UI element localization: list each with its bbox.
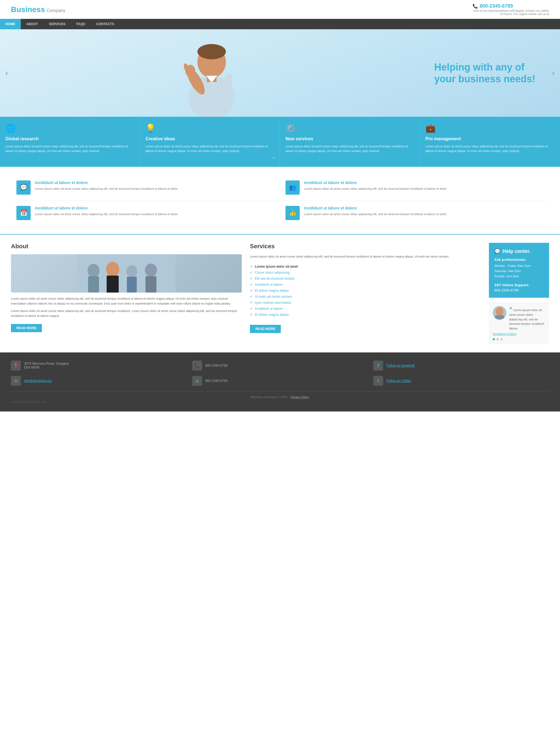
services-item-1[interactable]: Conse ctetur adipisicing xyxy=(250,270,481,276)
contact-sub: One of our representatives will happily … xyxy=(473,9,549,16)
testimonial-dots xyxy=(493,338,545,340)
address-icon: 📍 xyxy=(11,361,21,370)
facebook-icon: f xyxy=(373,361,383,370)
feature-item-2: ⚙️ New services Lorem ipsum dolor sit am… xyxy=(280,117,420,167)
hero-text: Helping with any of your business needs! xyxy=(434,61,538,85)
dot-1[interactable] xyxy=(497,338,499,340)
svg-rect-16 xyxy=(145,276,156,293)
dot-0[interactable] xyxy=(493,338,495,340)
about-para1: Lorem ipsum dolor sit amet conse ctetur … xyxy=(11,296,242,306)
feature-icon-3: 💼 xyxy=(425,123,555,133)
services-read-more-button[interactable]: READ MORE xyxy=(250,325,281,333)
services-item-5[interactable]: Ut enim ad minim veniam xyxy=(250,294,481,300)
footer-grid: 📍 4578 Marmora Road, Glasgow D04 89GR 📞 … xyxy=(11,361,549,386)
help-title: 💬 Help center. xyxy=(494,248,544,254)
footer-watermark: www.freehtmlsitecollege.com xyxy=(11,400,549,403)
email-icon: ✉ xyxy=(11,376,21,386)
feature-icon-1: 💡 xyxy=(145,123,274,133)
feature-title-2: New services xyxy=(285,136,414,141)
svg-rect-12 xyxy=(107,276,119,293)
testimonial: ❝ Lorem ipsum dolor sit amet conse ctetu… xyxy=(489,302,549,344)
services-item-6[interactable]: Quis nostrud exercitation xyxy=(250,300,481,306)
footer-twitter-link[interactable]: Follow on Twitter xyxy=(386,379,411,383)
help-center: 💬 Help center. Ask professionals: Monday… xyxy=(489,243,549,298)
footer-address-text: 4578 Marmora Road, Glasgow D04 89GR xyxy=(24,362,69,369)
nav-home[interactable]: HOME xyxy=(0,19,21,29)
footer: 📍 4578 Marmora Road, Glasgow D04 89GR 📞 … xyxy=(0,352,560,411)
hero-heading: Helping with any of your business needs! xyxy=(434,61,538,85)
testimonial-avatar xyxy=(493,306,506,320)
about-read-more-button[interactable]: READ MORE xyxy=(11,324,42,332)
footer-address: 📍 4578 Marmora Road, Glasgow D04 89GR xyxy=(11,361,187,370)
dot-2[interactable] xyxy=(500,338,503,340)
hero-arrow-left[interactable]: ‹ xyxy=(5,69,8,77)
footer-copyright: Business Company © 2016. xyxy=(251,395,288,399)
footer-privacy-link[interactable]: Privacy Policy xyxy=(291,395,309,399)
testimonial-link[interactable]: Incididunt ut labor xyxy=(493,332,545,335)
svg-point-11 xyxy=(106,262,119,277)
hero-person xyxy=(168,29,255,117)
logo-business: Business xyxy=(11,5,45,14)
service-text-1: Lorem ipsum dolor sit amet conse ctetur … xyxy=(304,186,447,191)
svg-point-15 xyxy=(145,264,157,277)
services-item-8[interactable]: Et dolore magna aliqua xyxy=(250,312,481,318)
about-img xyxy=(11,254,242,293)
footer-facebook-link[interactable]: Follow on facebook xyxy=(386,364,415,367)
service-icon-box-2: 📅 xyxy=(16,206,31,220)
service-row-0: 💬 Incididunt ut labore et dolore Lorem i… xyxy=(11,175,280,200)
feature-title-3: Pro management xyxy=(425,136,555,141)
footer-phone2: 🖨 800-2345-6790 xyxy=(192,376,368,386)
svg-point-2 xyxy=(197,44,226,59)
svg-rect-14 xyxy=(127,277,137,293)
chat-icon: 💬 xyxy=(494,248,500,254)
services-item-4[interactable]: Et dolore magna aliqua xyxy=(250,288,481,294)
about-image-svg xyxy=(11,254,242,293)
feature-item-0: 🌐 Global research Lorem ipsum dolor sit … xyxy=(0,117,140,167)
service-row-1: 👥 Incididunt ut labore et dolore Lorem i… xyxy=(280,175,549,200)
service-title-3: Incididunt ut labore et dolore xyxy=(304,206,447,210)
quote-icon: ❝ xyxy=(509,306,512,312)
service-title-0: Incididunt ut labore et dolore xyxy=(35,180,178,185)
nav-about[interactable]: ABOUT xyxy=(21,19,43,29)
service-title-2: Incididunt ut labore et dolore xyxy=(35,206,178,210)
about-heading: About xyxy=(11,243,242,250)
footer-phone1: 📞 800-2345-6789 xyxy=(192,361,368,370)
main-nav: HOME ABOUT SERVICES FAQS CONTACTS xyxy=(0,19,560,29)
phone-line: 📞 800-2345-6789 xyxy=(473,3,549,9)
footer-social1: f Follow on facebook xyxy=(373,361,549,370)
service-title-1: Incididunt ut labore et dolore xyxy=(304,180,447,185)
service-content-1: Incididunt ut labore et dolore Lorem ips… xyxy=(304,180,447,191)
nav-services[interactable]: SERVICES xyxy=(43,19,71,29)
feature-arrow-1: › xyxy=(145,155,274,160)
services-item-2[interactable]: Elit sed do eiusmod tempor xyxy=(250,276,481,282)
services-item-0: Lorem ipsum dolor sit amet xyxy=(250,264,481,270)
services-heading: Services xyxy=(250,243,481,250)
svg-point-9 xyxy=(87,264,100,278)
about-para2: Lorem ipsum dolor sit amet conse ctetur … xyxy=(11,309,242,318)
feature-text-1: Lorem ipsum dolor sit amet conse ctetur … xyxy=(145,144,274,153)
logo-company: Company xyxy=(47,8,65,13)
footer-social2: t Follow on Twitter xyxy=(373,376,549,386)
footer-phone1-text: 800-2345-6789 xyxy=(205,364,227,367)
services-intro: Lorem ipsum dolor sit amet conse ctetur … xyxy=(250,254,481,259)
nav-contacts[interactable]: CONTACTS xyxy=(91,19,120,29)
hero-arrow-right[interactable]: › xyxy=(552,69,555,77)
footer-email: ✉ info@demolink.org xyxy=(11,376,187,386)
help-professionals-title: Ask professionals: xyxy=(494,258,544,262)
feature-item-3: 💼 Pro management Lorem ipsum dolor sit a… xyxy=(420,117,560,167)
help-hours: Monday - Friday: 8am-7pm Saturday: 9am-5… xyxy=(494,263,544,279)
service-text-0: Lorem ipsum dolor sit amet conse ctetur … xyxy=(35,186,178,191)
feature-item-1: 💡 Creative ideas Lorem ipsum dolor sit a… xyxy=(140,117,280,167)
twitter-icon: t xyxy=(373,376,383,386)
nav-faqs[interactable]: FAQS xyxy=(71,19,91,29)
testimonial-text: Lorem ipsum dolor sit amet conse ctetur … xyxy=(509,308,544,330)
service-content-2: Incididunt ut labore et dolore Lorem ips… xyxy=(35,206,178,217)
feature-text-0: Lorem ipsum dolor sit amet conse ctetur … xyxy=(5,144,134,153)
service-icon-box-1: 👥 xyxy=(285,180,300,195)
services-item-3[interactable]: Incididunt ut labore xyxy=(250,282,481,288)
services-item-7[interactable]: Incididunt ut labore xyxy=(250,306,481,312)
header-phone: 800-2345-6789 xyxy=(480,3,513,9)
feature-icon-2: ⚙️ xyxy=(285,123,414,133)
footer-email-link[interactable]: info@demolink.org xyxy=(24,379,51,383)
service-icon-box-0: 💬 xyxy=(16,180,31,195)
